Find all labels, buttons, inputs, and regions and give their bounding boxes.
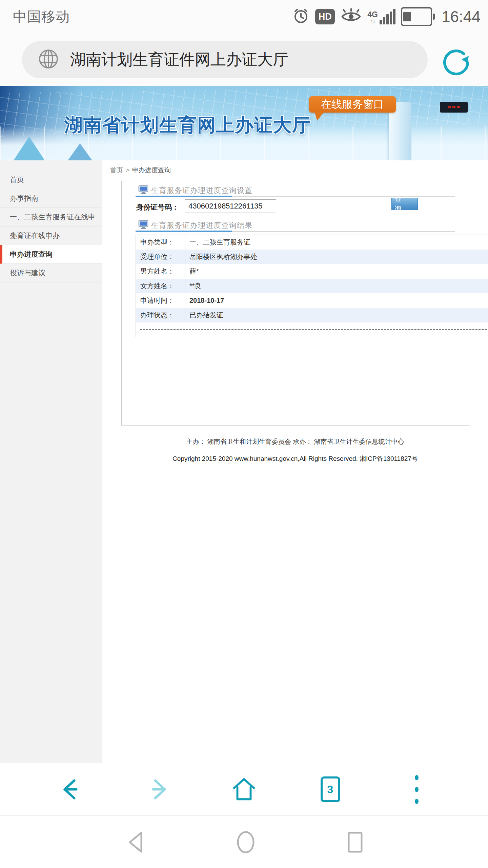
banner-triangle — [14, 137, 45, 160]
table-row: 申请时间： 2018-10-17 — [136, 293, 488, 308]
globe-icon — [38, 48, 59, 71]
hd-icon: HD — [315, 9, 335, 24]
url-bar[interactable]: 湖南计划生育证件网上办证大厅 — [22, 41, 428, 78]
page-footer: 主办： 湖南省卫生和计划生育委员会 承办： 湖南省卫生计生委信息统计中心 Cop… — [102, 437, 488, 463]
sidebar-item-guide[interactable]: 办事指南 — [0, 189, 102, 208]
results-table: 申办类型： 一、二孩生育服务证 受理单位： 岳阳楼区枫桥湖办事处 男方姓名： 薛… — [136, 235, 488, 337]
system-navbar — [0, 815, 488, 868]
breadcrumb-separator: > — [126, 166, 129, 174]
dashed-separator-zone — [136, 322, 488, 337]
nav-home-button[interactable] — [232, 829, 259, 856]
row-value: 已办结发证 — [185, 311, 488, 320]
row-label: 男方姓名： — [136, 264, 185, 279]
tabs-button[interactable]: 3 — [317, 776, 344, 803]
row-value: 岳阳楼区枫桥湖办事处 — [185, 252, 488, 261]
badge-tail — [314, 112, 324, 121]
url-text: 湖南计划生育证件网上办证大厅 — [70, 49, 288, 70]
breadcrumb: 首页 > 申办进度查询 — [110, 166, 171, 175]
row-label: 办理状态： — [136, 308, 185, 322]
panel-right-edge — [470, 235, 470, 336]
table-row: 女方姓名： **良 — [136, 279, 488, 293]
banner-title: 湖南省计划生育网上办证大厅 — [64, 113, 311, 138]
query-button[interactable]: 查 询 — [391, 198, 418, 210]
eye-icon — [340, 7, 362, 26]
menu-button[interactable] — [403, 776, 430, 803]
signal-icon: 4G ↑↓ — [367, 9, 395, 24]
row-value: 一、二孩生育服务证 — [185, 238, 488, 247]
nav-recents-button[interactable] — [342, 829, 369, 856]
row-value: **良 — [185, 281, 488, 291]
row-value: 薛* — [185, 267, 488, 276]
footer-copyright: Copyright 2015-2020 www.hunanwst.gov.cn,… — [102, 454, 488, 463]
query-results-title: 生育服务证办理进度查询结果 — [151, 220, 252, 231]
monitor-icon — [138, 185, 148, 196]
forward-button[interactable] — [145, 776, 171, 803]
status-time: 16:44 — [442, 7, 481, 26]
query-settings-title: 生育服务证办理进度查询设置 — [151, 185, 252, 196]
status-icons: HD 4G ↑↓ 16:44 — [292, 0, 481, 33]
banner-triangle — [68, 143, 92, 160]
sidebar-menu: 首页 办事指南 一、二孩生育服务证在线申办 生育证在线申办 申办进度查询 投诉与… — [0, 160, 102, 763]
sidebar-item-complaints[interactable]: 投诉与建议 — [0, 264, 102, 282]
id-number-input[interactable] — [185, 199, 276, 213]
section-divider-accent — [136, 231, 232, 232]
dashed-separator — [140, 329, 487, 330]
query-results-header: 生育服务证办理进度查询结果 — [138, 220, 252, 231]
sidebar-item-service-cert-apply[interactable]: 一、二孩生育服务证在线申办 — [0, 208, 102, 226]
menu-icon — [415, 775, 419, 804]
row-label: 受理单位： — [136, 250, 185, 264]
nav-back-button[interactable] — [123, 829, 150, 856]
breadcrumb-current: 申办进度查询 — [132, 166, 171, 175]
id-number-label: 身份证号码： — [136, 202, 179, 212]
home-button[interactable] — [231, 776, 257, 803]
sidebar-item-birth-cert-apply[interactable]: 生育证在线申办 — [0, 226, 102, 245]
section-divider-accent — [136, 196, 232, 197]
monitor-icon — [138, 220, 148, 231]
table-row: 男方姓名： 薛* — [136, 264, 488, 279]
browser-toolbar: 3 — [0, 763, 488, 815]
row-label: 申办类型： — [136, 235, 185, 250]
query-settings-header: 生育服务证办理进度查询设置 — [138, 185, 252, 196]
table-row: 受理单位： 岳阳楼区枫桥湖办事处 — [136, 250, 488, 264]
footer-organizer: 主办： 湖南省卫生和计划生育委员会 承办： 湖南省卫生计生委信息统计中心 — [102, 437, 488, 446]
banner-led-sign — [440, 102, 468, 113]
table-row: 申办类型： 一、二孩生育服务证 — [136, 235, 488, 250]
row-label: 申请时间： — [136, 293, 185, 308]
row-label: 女方姓名： — [136, 279, 185, 293]
carrier-label: 中国移动 — [13, 7, 70, 26]
battery-icon — [401, 7, 435, 26]
breadcrumb-home[interactable]: 首页 — [110, 166, 123, 175]
tab-count: 3 — [321, 776, 340, 802]
refresh-icon[interactable] — [442, 48, 471, 78]
table-row: 办理状态： 已办结发证 — [136, 308, 488, 322]
sidebar-item-progress-query[interactable]: 申办进度查询 — [0, 245, 102, 264]
row-value: 2018-10-17 — [185, 297, 488, 304]
back-button[interactable] — [58, 776, 85, 803]
sidebar-item-home[interactable]: 首页 — [0, 171, 102, 189]
alarm-icon — [292, 7, 310, 26]
online-service-badge: 在线服务窗口 — [309, 96, 396, 113]
